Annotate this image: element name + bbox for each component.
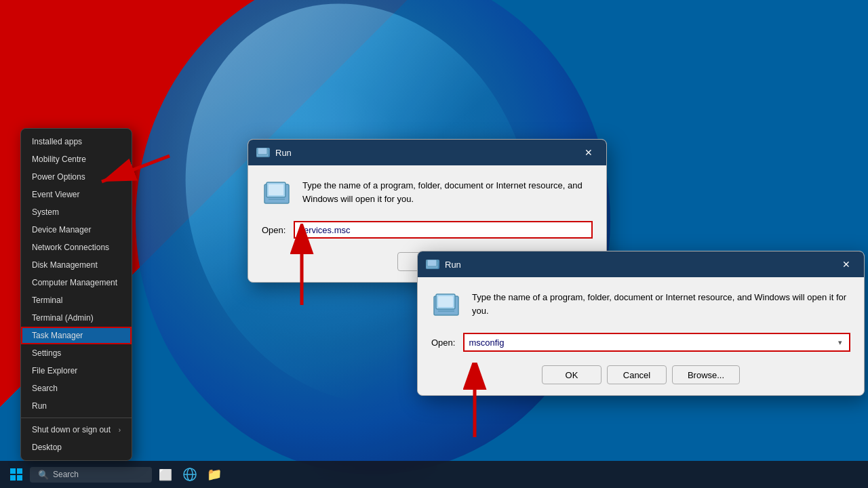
run-dialog-2-browse-button[interactable]: Browse... [672,365,740,384]
context-menu-terminal[interactable]: Terminal [21,291,132,309]
context-menu-disk-management[interactable]: Disk Management [21,256,132,274]
context-menu-mobility-centre[interactable]: Mobility Centre [21,150,132,168]
context-menu-divider [21,418,132,418]
context-menu-computer-management[interactable]: Computer Management [21,274,132,291]
svg-rect-11 [438,296,453,307]
svg-rect-22 [10,475,16,481]
run-dialog-2-title: Run [445,260,831,270]
run-dialog-1-open-row: Open: [262,221,593,239]
search-icon: 🔍 [38,470,49,480]
svg-rect-23 [17,475,22,481]
start-button[interactable] [5,464,27,485]
run-dialog-1-description: Type the name of a program, folder, docu… [302,179,593,205]
context-menu-desktop[interactable]: Desktop [21,439,132,456]
context-menu-network-connections[interactable]: Network Connections [21,239,132,256]
run-dialog-1-close-button[interactable]: ✕ [579,145,598,160]
svg-rect-4 [269,184,283,195]
run-dialog-2-icon [426,260,439,269]
context-menu-run[interactable]: Run [21,397,132,415]
run-dialog-2-input-container[interactable]: msconfig ▾ [463,333,850,352]
run-dialog-2-desc-row: Type the name of a program, folder, docu… [431,291,850,321]
context-menu-power-options[interactable]: Power Options [21,168,132,186]
svg-rect-20 [10,468,16,474]
context-menu: Installed apps Mobility Centre Power Opt… [20,128,132,461]
run-dialog-2-cancel-button[interactable]: Cancel [607,365,667,384]
svg-rect-13 [442,312,450,314]
taskbar-icon-taskview[interactable]: ⬜ [155,464,176,485]
run-dialog-1-icon [256,148,270,157]
run-dialog-1-open-label: Open: [262,225,285,235]
run-dialog-2: Run ✕ Type the name of a program, folder… [417,251,865,396]
taskbar: 🔍 Search ⬜ 📁 [0,461,868,488]
run-dialog-2-program-icon [431,291,461,321]
context-menu-device-manager[interactable]: Device Manager [21,221,132,239]
context-menu-shutdown[interactable]: Shut down or sign out › [21,421,132,439]
run-dialog-2-close-button[interactable]: ✕ [837,257,856,272]
run-dialog-2-input-value: msconfig [469,338,838,348]
run-dialog-1-program-icon [262,179,292,209]
chevron-right-icon: › [119,426,121,434]
context-menu-task-manager[interactable]: Task Manager [21,327,132,344]
taskbar-search-box[interactable]: 🔍 Search [30,467,152,483]
taskbar-icon-browser[interactable] [179,464,201,485]
taskbar-search-text: Search [53,470,79,479]
run-dialog-2-description: Type the name of a program, folder, docu… [472,291,850,317]
svg-rect-21 [17,468,22,474]
context-menu-event-viewer[interactable]: Event Viewer [21,186,132,203]
context-menu-installed-apps[interactable]: Installed apps [21,133,132,150]
context-menu-search[interactable]: Search [21,380,132,397]
run-dialog-1-input[interactable] [294,221,593,239]
run-dialog-2-ok-button[interactable]: OK [542,365,601,384]
svg-rect-8 [427,260,437,266]
run-dialog-2-open-row: Open: msconfig ▾ [431,333,850,352]
context-menu-terminal-admin[interactable]: Terminal (Admin) [21,309,132,327]
context-menu-settings[interactable]: Settings [21,344,132,362]
svg-rect-6 [273,201,281,203]
svg-rect-1 [258,148,267,155]
run-dialog-2-titlebar: Run ✕ [418,251,864,277]
run-dialog-2-buttons: OK Cancel Browse... [431,363,850,384]
run-dialog-2-body: Type the name of a program, folder, docu… [418,277,864,395]
context-menu-file-explorer[interactable]: File Explorer [21,362,132,380]
run-dialog-2-open-label: Open: [431,338,455,348]
chevron-down-icon: ▾ [838,338,845,347]
run-dialog-1-desc-row: Type the name of a program, folder, docu… [262,179,593,209]
context-menu-system[interactable]: System [21,203,132,221]
run-dialog-1-title: Run [275,148,574,158]
taskbar-icon-file-explorer[interactable]: 📁 [203,464,225,485]
run-dialog-1-titlebar: Run ✕ [248,140,606,165]
